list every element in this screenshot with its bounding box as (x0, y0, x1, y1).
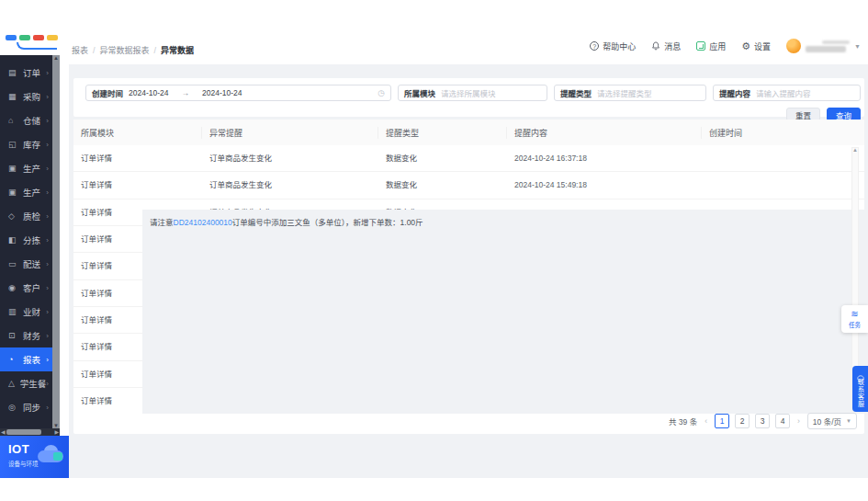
warehouse-icon: ⌂ (8, 117, 18, 125)
sync-icon: ◎ (8, 404, 18, 412)
breadcrumb-item[interactable]: 报表 (72, 44, 88, 56)
scroll-up-icon[interactable]: ▲ (52, 55, 60, 61)
date-end-value: 2024-10-24 (202, 88, 242, 97)
chevron-right-icon: › (46, 308, 49, 316)
iot-cloud-icon (36, 445, 65, 463)
reports-icon: ◔ (8, 356, 18, 364)
sidebar-item-customers[interactable]: ◉ 客户 › (0, 276, 52, 300)
sidebar-vertical-scrollbar[interactable]: ▲ ▼ (52, 55, 60, 428)
support-label: 联系客服 (856, 379, 865, 408)
page-size-value: 10 条/页 (813, 416, 841, 427)
scroll-right-icon[interactable]: ▶ (54, 428, 59, 436)
apps-label: 应用 (709, 40, 726, 52)
page-button-2[interactable]: 2 (735, 414, 750, 428)
sidebar-item-inventory[interactable]: ◱ 库存 › (0, 132, 52, 156)
column-header: 提醒类型 (378, 127, 507, 139)
biz-finance-icon: ▥ (8, 308, 18, 316)
topbar: 报表/异常数据报表/异常数据 ? 帮助中心 消息 应用 ⚙ 设置 (0, 0, 868, 64)
iot-banner[interactable]: IOT 设备与环境 (0, 436, 69, 478)
sidebar-item-production-1[interactable]: ▣ 生产 › (0, 156, 52, 180)
table-row: 订单详情 订单商品发生变化 数据变化 请注意DD24102400010订单编号中… (73, 388, 864, 414)
table-row: 订单详情 订单商品发生变化 数据变化 请注意DD24102400016订单编号中… (73, 172, 864, 199)
breadcrumb-item: 异常数据 (161, 44, 194, 56)
sidebar-menu: ▤ 订单 › ▦ 采购 › ⌂ 仓储 › ◱ 库存 › ▣ 生产 › ▣ 生产 … (0, 61, 52, 419)
page-button-1[interactable]: 1 (715, 414, 729, 428)
column-header: 异常提醒 (202, 127, 378, 139)
contact-support-float-button[interactable]: 联系客服 (852, 366, 868, 412)
breadcrumb: 报表/异常数据报表/异常数据 (72, 44, 194, 56)
customers-icon: ◉ (8, 284, 18, 292)
bell-icon (651, 41, 660, 51)
order-code-link[interactable]: DD24102400010 (174, 218, 232, 227)
purchase-icon: ▦ (8, 93, 18, 101)
sidebar-horizontal-scrollbar[interactable]: ◀ ▶ (0, 428, 60, 436)
table-scroll-up-icon[interactable]: ▲ (852, 147, 858, 153)
sidebar-item-orders[interactable]: ▤ 订单 › (0, 61, 52, 85)
sidebar-item-warehouse[interactable]: ⌂ 仓储 › (0, 108, 52, 132)
date-range-picker[interactable]: 创建时间 2024-10-24 → 2024-10-24 ◷ (85, 85, 391, 101)
column-header: 所属模块 (73, 127, 202, 139)
module-select[interactable]: 所属模块 请选择所属模块 (398, 85, 547, 101)
sidebar-item-production-2[interactable]: ▣ 生产 › (0, 180, 52, 204)
table-body: 订单详情 订单商品发生变化 数据变化 请注意DD24102400017订单编号中… (73, 145, 864, 414)
sidebar-item-purchase[interactable]: ▦ 采购 › (0, 85, 52, 108)
logo-swoosh-icon (17, 42, 57, 50)
sidebar-item-delivery[interactable]: ▭ 配送 › (0, 252, 52, 276)
sidebar-item-quality[interactable]: ◇ 质检 › (0, 204, 52, 228)
chevron-right-icon: › (46, 93, 49, 101)
settings-button[interactable]: ⚙ 设置 (741, 40, 771, 52)
sidebar-item-sync[interactable]: ◎ 同步 › (0, 395, 52, 419)
cell-alert: 订单商品发生变化 (202, 172, 378, 198)
page-button-3[interactable]: 3 (755, 414, 770, 428)
tasks-label: 任务 (849, 320, 861, 329)
breadcrumb-item[interactable]: 异常数据报表 (100, 44, 150, 56)
apps-button[interactable]: 应用 (696, 40, 726, 52)
page-button-4[interactable]: 4 (775, 414, 790, 428)
sidebar-item-sorting[interactable]: ◧ 分拣 › (0, 228, 52, 252)
apps-icon (696, 41, 705, 51)
chat-bubble-icon (857, 370, 864, 377)
chevron-right-icon: › (46, 117, 49, 125)
chevron-down-icon: ▼ (854, 43, 861, 50)
tasks-icon: ≋ (851, 310, 858, 319)
sidebar-item-student-meal[interactable]: △ 学生餐 › (0, 371, 52, 395)
help-icon: ? (590, 41, 599, 51)
cell-time: 2024-10-24 16:37:18 (507, 145, 702, 171)
tasks-float-button[interactable]: ≋ 任务 (841, 305, 868, 333)
production-2-icon: ▣ (8, 188, 18, 197)
next-page-button[interactable]: › (795, 416, 802, 426)
logo-blocks-icon (6, 35, 61, 40)
sidebar-item-reports[interactable]: ◔ 报表 › (0, 347, 52, 371)
alert-content-label: 提醒内容 (719, 87, 750, 98)
column-header: 提醒内容 (507, 127, 702, 139)
page-size-select[interactable]: 10 条/页 ▼ (807, 413, 857, 429)
messages-button[interactable]: 消息 (651, 40, 681, 52)
alert-type-select[interactable]: 提醒类型 请选择提醒类型 (554, 85, 706, 101)
alert-content-placeholder: 请输入提醒内容 (756, 87, 811, 98)
caret-down-icon: ▼ (846, 418, 851, 424)
settings-label: 设置 (754, 40, 771, 52)
chevron-right-icon: › (46, 332, 49, 340)
chevron-right-icon: › (46, 356, 49, 364)
pagination: 共 39 条 ‹ 1234 › 10 条/页 ▼ (669, 413, 857, 429)
page-numbers: 1234 (715, 414, 790, 428)
avatar (786, 39, 801, 53)
help-center-button[interactable]: ? 帮助中心 (590, 40, 636, 52)
sidebar: ▤ 订单 › ▦ 采购 › ⌂ 仓储 › ◱ 库存 › ▣ 生产 › ▣ 生产 … (0, 55, 60, 436)
sidebar-item-finance[interactable]: ⊡ 财务 › (0, 324, 52, 347)
table-header: 所属模块异常提醒提醒类型提醒内容创建时间 (73, 120, 864, 145)
prev-page-button[interactable]: ‹ (703, 416, 709, 426)
scroll-left-icon[interactable]: ◀ (1, 428, 6, 436)
username-redacted (806, 40, 850, 52)
company-logo (6, 35, 61, 55)
table-row: 订单详情 订单商品发生变化 数据变化 请注意DD24102400017订单编号中… (73, 145, 864, 172)
chevron-right-icon: › (46, 404, 49, 412)
hscroll-thumb[interactable] (6, 429, 41, 435)
sidebar-item-biz-finance[interactable]: ▥ 业财 › (0, 300, 52, 324)
chevron-right-icon: › (46, 212, 49, 221)
finance-icon: ⊡ (8, 332, 18, 340)
clock-icon: ◷ (378, 88, 385, 97)
user-menu[interactable]: ▼ (786, 39, 861, 53)
alert-content-input[interactable]: 提醒内容 请输入提醒内容 (713, 85, 861, 101)
chevron-right-icon: › (46, 236, 49, 245)
